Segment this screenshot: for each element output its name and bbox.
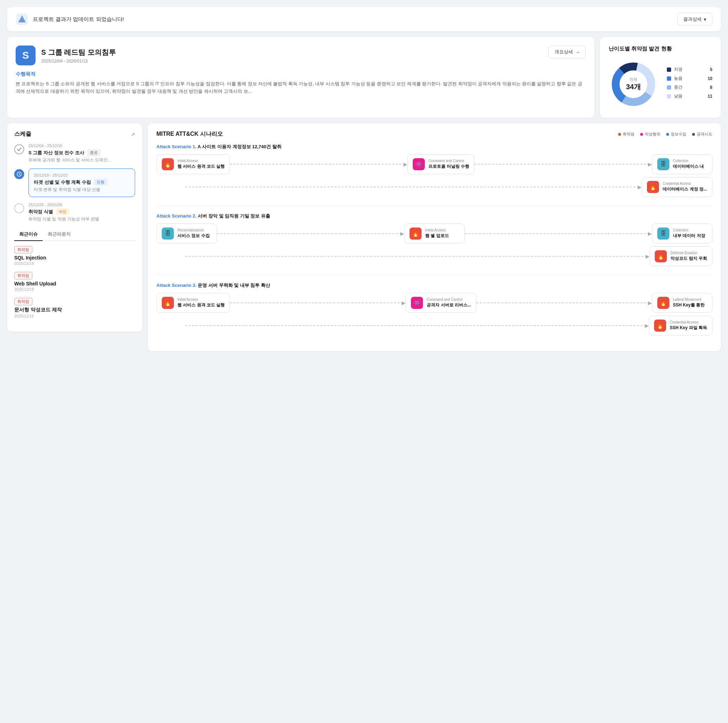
clock-icon [17,172,22,177]
expand-icon[interactable]: ↗ [131,131,135,137]
donut-total-label: 전체 [626,77,641,82]
project-description: 본 프로젝트는 S 그룹 소유의 공개된 웹 서비스를 거점으로 S 그룹의 I… [16,80,586,96]
node-icon-teal-2: 🗄 [162,228,174,240]
node-icon-red-s3: 🔥 [162,297,174,309]
divider-2 [156,275,712,275]
node-icon-pink-1: 👾 [413,158,425,170]
arrow-s3-indent: ▶ [185,323,649,329]
legend-dot-high [667,76,671,81]
donut-chart: 전체 34개 [609,60,658,109]
node-label-cred-1: 데이터베이스 계정 정... [662,186,707,192]
scenario-3-row-1: 🔥 Initial Access 웹 서비스 원격 코드 실행 ▶ 👾 Comm… [156,293,712,313]
issue-name-2: 문서형 악성코드 제작 [14,307,135,313]
mitre-legend-attack: 공격시도 [692,131,712,137]
arrowhead-2: ▶ [648,161,652,167]
schedule-indicator-done [14,144,24,154]
schedule-title-row: 스케줄 ↗ [14,130,135,138]
issues-section: 최근이슈 최근라운지 취약점 SQL Injection 2025/12/18 … [14,229,135,318]
arrowhead-1: ▶ [404,161,407,167]
schedule-badge-0: 종료 [87,149,101,156]
node-text-1: Initial Access 웹 서비스 원격 코드 실행 [177,159,225,170]
dashed-s3-1 [230,303,403,303]
legend-count-critical: 5 [710,67,712,72]
node-icon-teal-col-2: 🗄 [657,228,669,240]
legend-circle-attack [692,133,695,136]
node-text-cred-1: Credential Access 데이터베이스 계정 정... [662,182,707,192]
arrowhead-s2-2: ▶ [648,231,652,236]
node-label-1: 웹 서비스 원격 코드 실행 [177,164,225,170]
issue-item-1: 취약점 Web Shell Upload 2025/12/19 [14,272,135,292]
schedule-badge-1: 진행 [94,179,107,185]
node-type-cred-1: Credential Access [662,182,707,185]
arrow-s3-2: ▶ [476,300,652,306]
project-title: S 그룹 레드팀 모의침투 [41,47,116,57]
vulnerability-legend: 치명 5 높음 10 중간 8 낮음 11 [667,66,712,102]
node-label-recon-2: 서비스 정보 수집 [177,233,210,239]
tab-recent-issues[interactable]: 최근이슈 [14,229,43,241]
dashed-s3-2 [476,303,650,303]
schedule-item-2: 25/12/26 - 26/01/05 취약점 식별 예정 취약점 식별 및 악… [14,203,135,222]
schedule-name-1: 타겟 선별 및 수행 계획 수립 [34,179,91,185]
legend-dot-critical [667,67,671,72]
node-icon-red-s2: 🔥 [410,228,422,240]
project-info: S 그룹 레드팀 모의침투 2025/12/04 - 2026/01/13 [41,47,116,64]
legend-label-low: 낮음 [674,93,705,99]
dashed-1 [230,164,405,165]
arrowhead-indent-1: ▶ [638,184,642,190]
scenario-2-row-1: 🗄 Reconnaissance 서비스 정보 수집 ▶ 🔥 Initial A… [156,223,712,243]
issue-name-1: Web Shell Upload [14,281,135,286]
notification-icon [16,13,28,26]
arrow-s3-1: ▶ [230,300,405,306]
dashed-s2-2 [465,233,650,234]
scenario-3-desc: 운영 서버 무력화 및 내부 침투 확산 [198,283,270,288]
legend-count-medium: 8 [710,85,712,90]
schedule-item-0: 25/12/04 - 25/12/15 S 그룹 자산 정보 전수 조사 종료 … [14,144,135,163]
legend-item-high: 높음 10 [667,75,712,81]
project-card: S S 그룹 레드팀 모의침투 2025/12/04 - 2026/01/13 … [7,37,594,118]
node-text-cred-3: Credential Access SSH Key 파일 획득 [670,320,707,331]
node-label-cred-3: SSH Key 파일 획득 [670,325,707,331]
node-icon-red-1: 🔥 [162,158,174,170]
legend-label-high: 높음 [674,75,705,81]
node-ia-s3: 🔥 Initial Access 웹 서비스 원격 코드 실행 [156,293,230,313]
scenario-1-row-2: ▶ 🔥 Credential Access 데이터베이스 계정 정... [185,177,712,197]
dashed-s2-1 [217,233,402,234]
node-type-c2-3: Command and Control [427,298,471,301]
legend-label-recon: 정보수집 [671,131,687,137]
scenario-3-num: Attack Scenario 3. [156,283,197,288]
node-type-1: Initial Access [177,159,225,163]
schedule-sub-2: 취약점 식별 및 악용 가능성 여부 판별 [28,217,135,222]
node-type-col-2: Collection [673,228,705,232]
schedule-content-0: 25/12/04 - 25/12/15 S 그룹 자산 정보 전수 조사 종료 … [28,144,135,163]
node-text-ia-3: Initial Access 웹 서비스 원격 코드 실행 [177,298,225,308]
project-date: 2025/12/04 - 2026/01/13 [41,59,116,64]
node-initial-access-s1: 🔥 Initial Access 웹 서비스 원격 코드 실행 [156,154,230,174]
scenario-2-title: Attack Scenario 2. 서버 장악 및 임직원 기밀 정보 유출 [156,213,712,219]
schedule-date-2: 25/12/26 - 26/01/05 [28,203,135,207]
scenario-3-title: Attack Scenario 3. 운영 서버 무력화 및 내부 침투 확산 [156,282,712,289]
mitre-legend-vuln: 취약점 [618,131,635,137]
arrow-indent-1: ▶ [185,184,642,190]
node-text-lm-3: Lateral Movement SSH Key를 통한 [673,298,705,308]
node-recon-s2: 🗄 Reconnaissance 서비스 정보 수집 [156,223,217,243]
result-detail-chevron: ▾ [704,17,706,22]
dashed-indent-1 [185,186,639,187]
node-label-de-2: 악성코드 탐지 우회 [670,255,707,261]
node-collection-s1: 🗄 Collection 데이터베이스 내 [652,154,712,174]
node-icon-red-cred-1: 🔥 [647,181,659,193]
result-detail-button[interactable]: 결과상세 ▾ [677,13,712,26]
scenario-3-row-2: ▶ 🔥 Credential Access SSH Key 파일 획득 [185,316,712,336]
scenario-2: Attack Scenario 2. 서버 장악 및 임직원 기밀 정보 유출 … [156,213,712,266]
donut-total-count: 34개 [626,82,641,92]
legend-count-low: 11 [708,94,712,99]
schedule-active-box: 25/12/18 - 25/12/22 타겟 선별 및 수행 계획 수립 진행 … [28,168,135,197]
legend-item-medium: 중간 8 [667,84,712,90]
tab-recent-lounge[interactable]: 최근라운지 [43,229,76,241]
issue-date-2: 2025/12/19 [14,314,135,318]
scenario-2-row-2: ▶ 🔥 Defense Evasion 악성코드 탐지 우회 [185,246,712,266]
scenario-3: Attack Scenario 3. 운영 서버 무력화 및 내부 침투 확산 … [156,282,712,336]
arrowhead-s3-1: ▶ [402,300,405,306]
schedule-row-2: 취약점 식별 예정 [28,208,135,215]
node-label-col-1: 데이터베이스 내 [673,164,704,170]
overview-button[interactable]: 개요상세 → [549,46,586,58]
